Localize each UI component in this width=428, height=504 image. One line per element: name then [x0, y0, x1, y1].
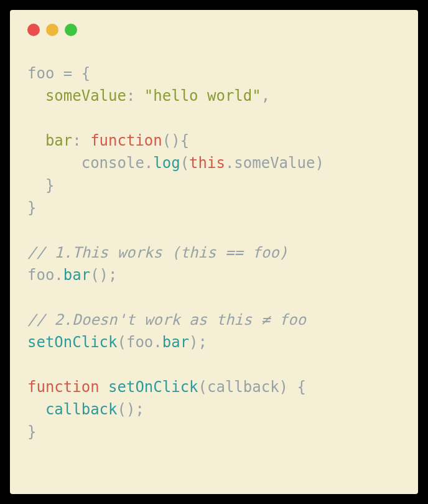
code-line: console.log(this.someValue)	[27, 152, 401, 174]
code-token: }	[27, 199, 36, 217]
code-token: ,	[261, 87, 270, 105]
close-icon[interactable]	[27, 24, 40, 36]
code-line: someValue: "hello world",	[27, 85, 401, 107]
code-token: function	[90, 132, 162, 149]
code-token: :	[126, 87, 144, 105]
code-token: bar	[45, 132, 72, 149]
code-token: (callback) {	[198, 378, 306, 396]
code-token: (){	[162, 132, 189, 149]
code-token: foo.	[27, 266, 63, 284]
code-token	[100, 378, 108, 396]
code-token: // 1.This works (this == foo)	[27, 244, 288, 261]
code-line: function setOnClick(callback) {	[27, 376, 401, 398]
title-bar	[27, 24, 401, 36]
code-token: }	[27, 177, 54, 194]
code-line: callback();	[27, 398, 401, 421]
code-line	[27, 107, 401, 129]
code-token: setOnClick	[108, 378, 198, 396]
code-line: foo.bar();	[27, 264, 401, 286]
code-token: // 2.Doesn't work as this ≠ foo	[27, 311, 306, 329]
code-token: ();	[118, 401, 144, 418]
code-token: bar	[162, 334, 189, 351]
minimize-icon[interactable]	[46, 24, 58, 36]
code-token: this	[189, 154, 225, 172]
code-line: bar: function(){	[27, 129, 401, 152]
code-token: :	[72, 132, 90, 149]
code-token: (	[180, 154, 189, 172]
code-line: }	[27, 421, 401, 443]
code-token: bar	[63, 266, 90, 284]
code-line: }	[27, 174, 401, 197]
code-token	[27, 401, 45, 418]
code-token: .someValue)	[225, 154, 324, 172]
code-token: }	[27, 423, 36, 441]
code-line	[27, 219, 401, 241]
code-token: foo = {	[27, 65, 90, 82]
code-line: foo = {	[27, 62, 401, 85]
code-token: callback	[45, 401, 118, 418]
code-line: // 2.Doesn't work as this ≠ foo	[27, 309, 401, 331]
code-token: ();	[90, 266, 117, 284]
code-token: someValue	[45, 87, 126, 105]
code-line: // 1.This works (this == foo)	[27, 241, 401, 264]
code-token: console.	[27, 154, 153, 172]
code-token: function	[27, 378, 100, 396]
code-token: log	[153, 154, 180, 172]
code-token: );	[189, 334, 207, 351]
code-line: setOnClick(foo.bar);	[27, 331, 401, 353]
code-token	[27, 87, 45, 105]
code-window: foo = { someValue: "hello world", bar: f…	[10, 10, 418, 494]
code-token: "hello world"	[144, 87, 261, 105]
code-line	[27, 286, 401, 309]
code-token	[27, 132, 45, 149]
code-token: setOnClick	[27, 334, 118, 351]
code-line: }	[27, 197, 401, 219]
code-editor[interactable]: foo = { someValue: "hello world", bar: f…	[27, 62, 401, 443]
code-line	[27, 353, 401, 376]
maximize-icon[interactable]	[65, 24, 77, 36]
code-token: (foo.	[118, 334, 162, 351]
